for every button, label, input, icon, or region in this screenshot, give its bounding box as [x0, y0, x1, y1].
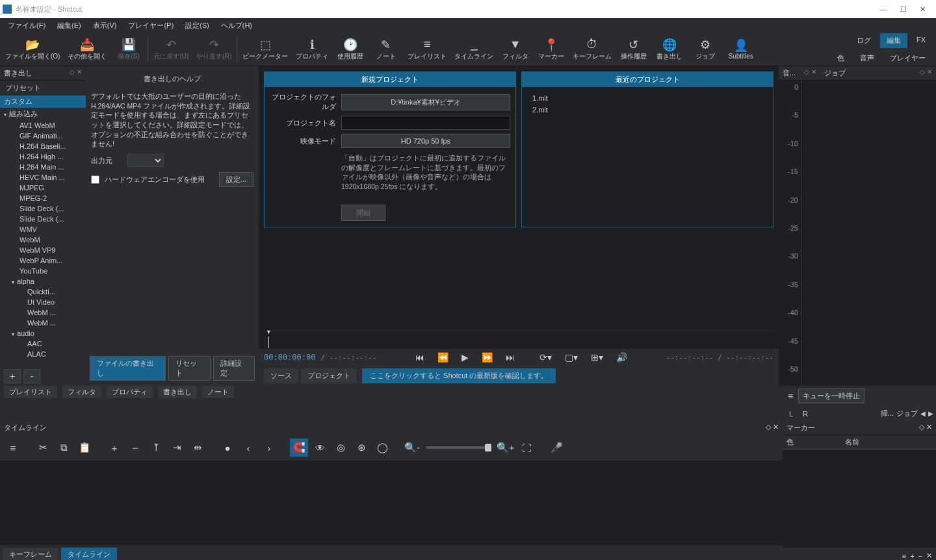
preset-item[interactable]: MPEG-2 — [0, 193, 86, 203]
menu-view[interactable]: 表示(V) — [88, 19, 122, 32]
tab-playlist[interactable]: プレイリスト — [4, 386, 57, 398]
preset-item[interactable]: Ut Video — [0, 297, 86, 307]
zoom-in-button[interactable]: 🔍+ — [497, 439, 515, 457]
update-link[interactable]: ここをクリックすると Shotcut の最新版を確認します。 — [362, 368, 556, 383]
tab-log[interactable]: ログ — [850, 33, 878, 48]
menu-file[interactable]: ファイル(F) — [3, 19, 51, 32]
source-tab[interactable]: ソース — [264, 368, 298, 383]
add-button[interactable]: + — [105, 439, 124, 457]
rewind-button[interactable]: ⏪ — [434, 351, 452, 364]
volume-button[interactable]: 🔊 — [612, 351, 631, 364]
tab-properties[interactable]: プロパティ — [107, 386, 153, 398]
preset-item[interactable]: H.264 Baseli... — [0, 141, 86, 151]
col-color[interactable]: 色 — [786, 437, 845, 447]
tab-fx[interactable]: FX — [910, 33, 932, 48]
right-arrow-icon[interactable]: ▶ — [928, 410, 933, 417]
skip-start-button[interactable]: ⏮ — [411, 351, 428, 364]
tab-keyframes[interactable]: キーフレーム — [3, 548, 58, 560]
preset-item[interactable]: ALAC — [0, 349, 86, 359]
menu-icon[interactable]: ≡ — [4, 439, 22, 457]
preset-item[interactable]: MJPEG — [0, 183, 86, 193]
reset-button[interactable]: リセット — [168, 356, 210, 381]
timeline-tracks[interactable] — [0, 461, 783, 545]
project-name-input[interactable] — [341, 116, 510, 130]
timecode[interactable]: 00:00:00:00 — [264, 353, 315, 362]
overwrite-button[interactable]: ⇥ — [168, 439, 186, 457]
timeline-button[interactable]: ⎯タイムライン — [450, 35, 497, 64]
play-button[interactable]: ▶ — [458, 351, 473, 364]
sweep-button[interactable]: 掃... — [881, 409, 894, 418]
zoom-out-button[interactable]: 🔍- — [403, 439, 421, 457]
minimize-button[interactable]: — — [880, 5, 887, 14]
menu-settings[interactable]: 設定(S) — [180, 19, 214, 32]
keyframes-button[interactable]: ⏱キーフレーム — [569, 35, 616, 64]
redo-button[interactable]: ↷やり直す(R) — [192, 35, 235, 64]
preset-item[interactable]: WebM VP9 — [0, 245, 86, 255]
folder-button[interactable]: D:¥tinka¥素材¥ビデオ — [341, 94, 510, 110]
tab-edit[interactable]: 編集 — [880, 33, 907, 48]
preset-item[interactable]: GIF Animati... — [0, 131, 86, 141]
preset-item[interactable]: AV1 WebM — [0, 120, 86, 131]
menu-icon[interactable]: ≡ — [902, 552, 906, 560]
preset-item[interactable]: Slide Deck (... — [0, 203, 86, 214]
subtitles-button[interactable]: 👤Subtitles — [723, 36, 759, 62]
project-tab[interactable]: プロジェクト — [301, 368, 357, 383]
menu-edit[interactable]: 編集(E) — [52, 19, 86, 32]
remove-marker-button[interactable]: − — [918, 552, 922, 560]
preset-custom-group[interactable]: カスタム — [0, 95, 86, 108]
close-icon[interactable]: ◇ ✕ — [920, 68, 932, 78]
history-button[interactable]: ↺操作履歴 — [616, 35, 651, 64]
tab-audio[interactable]: 音声 — [853, 51, 881, 66]
preset-item[interactable]: WebM — [0, 235, 86, 245]
configure-button[interactable]: 設定... — [219, 172, 254, 187]
preset-item[interactable]: WebM ... — [0, 307, 86, 318]
zoom-fit-button[interactable]: ⛶ — [517, 439, 536, 457]
recent-button[interactable]: 🕑使用履歴 — [332, 35, 368, 64]
notes-button[interactable]: ✎ノート — [368, 35, 404, 64]
preset-item[interactable]: Slide Deck (... — [0, 214, 86, 224]
preset-item[interactable]: H.264 High ... — [0, 151, 86, 162]
prev-marker-button[interactable]: ‹ — [239, 439, 257, 457]
preset-item[interactable]: HEVC Main ... — [0, 172, 86, 183]
export-button[interactable]: 🌐書き出し — [651, 35, 687, 64]
markers-button[interactable]: 📍マーカー — [533, 35, 569, 64]
close-icon[interactable]: ◇ ✕ — [70, 68, 82, 78]
paste-button[interactable]: 📋 — [75, 439, 94, 457]
save-button[interactable]: 💾保存(S) — [110, 35, 146, 64]
ripple-button[interactable]: ◎ — [332, 439, 350, 457]
jobs-button[interactable]: ⚙ジョブ — [687, 35, 723, 64]
zoom-slider[interactable] — [426, 446, 491, 449]
preset-item[interactable]: H.264 Main ... — [0, 162, 86, 172]
preset-item[interactable]: AAC — [0, 338, 86, 349]
tab-filters[interactable]: フィルタ — [62, 386, 101, 398]
undo-button[interactable]: ↶元に戻す(U) — [150, 35, 192, 64]
tab-notes[interactable]: ノート — [202, 386, 234, 398]
pause-queue-button[interactable]: キューを一時停止 — [798, 388, 864, 403]
left-arrow-icon[interactable]: ◀ — [920, 410, 926, 417]
output-source-select[interactable] — [127, 154, 164, 167]
close-icon[interactable]: ◇ ✕ — [804, 68, 816, 78]
ripple-all-button[interactable]: ⊛ — [352, 439, 370, 457]
recent-item[interactable]: 1.mlt — [527, 92, 768, 104]
close-icon[interactable]: ◇ ✕ — [766, 423, 779, 433]
split-button[interactable]: ⇹ — [188, 439, 207, 457]
playhead-ruler[interactable] — [264, 331, 774, 349]
advanced-button[interactable]: 詳細設定 — [213, 356, 255, 381]
close-button[interactable]: ✕ — [920, 5, 926, 14]
peak-meter-button[interactable]: ⬚ピークメーター — [239, 35, 292, 64]
maximize-button[interactable]: ☐ — [900, 5, 907, 14]
tab-color[interactable]: 色 — [831, 51, 851, 66]
snap-button[interactable]: 🧲 — [290, 439, 308, 457]
tab-export[interactable]: 書き出し — [158, 386, 197, 398]
properties-button[interactable]: ℹプロパティ — [292, 35, 332, 64]
hw-encoder-checkbox[interactable] — [91, 175, 99, 184]
marker-button[interactable]: ● — [218, 439, 237, 457]
preset-audio-group[interactable]: audio — [0, 328, 86, 338]
fast-forward-button[interactable]: ⏩ — [478, 351, 497, 364]
scrub-button[interactable]: 👁 — [311, 439, 329, 457]
copy-button[interactable]: ⧉ — [55, 439, 73, 457]
open-other-button[interactable]: 📥その他を開く — [64, 35, 110, 64]
menu-help[interactable]: ヘルプ(H) — [216, 19, 257, 32]
tab-player[interactable]: プレイヤー — [883, 51, 932, 66]
preset-item[interactable]: WebM ... — [0, 318, 86, 328]
